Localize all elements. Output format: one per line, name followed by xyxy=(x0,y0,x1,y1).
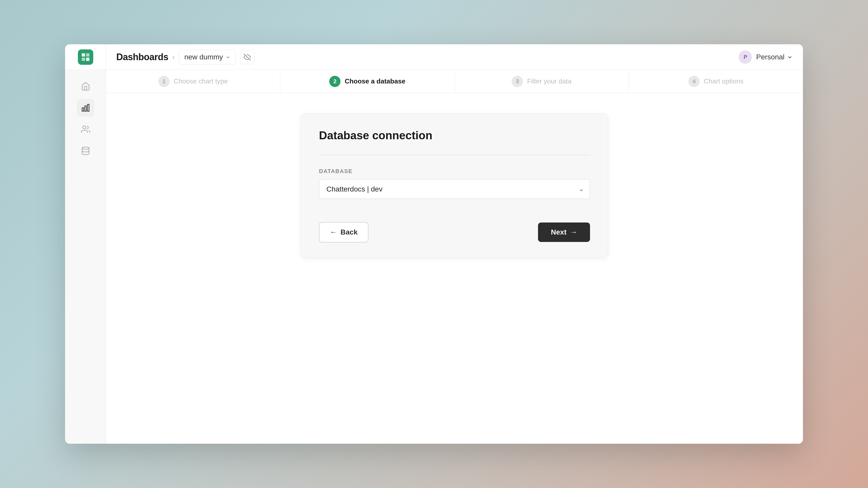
database-field-label: DATABASE xyxy=(319,168,590,174)
logo-icon xyxy=(81,53,90,62)
divider xyxy=(319,155,590,155)
sidebar-item-users[interactable] xyxy=(77,121,94,138)
step-4[interactable]: 4 Chart options xyxy=(629,70,803,93)
step-1-label: Choose chart type xyxy=(174,77,228,85)
step-2[interactable]: 2 Choose a database xyxy=(280,70,455,93)
app-logo xyxy=(78,50,93,65)
app-window: Dashboards › new dummy P Person xyxy=(65,44,803,444)
content-area: 1 Choose chart type 2 Choose a database … xyxy=(106,70,803,444)
step-2-label: Choose a database xyxy=(345,77,405,85)
eye-off-icon xyxy=(244,54,251,61)
database-field: DATABASE Chatterdocs | dev Chatterdocs |… xyxy=(319,168,590,199)
step-3-num: 3 xyxy=(512,76,523,87)
breadcrumb-title: Dashboards xyxy=(116,52,168,62)
step-1[interactable]: 1 Choose chart type xyxy=(106,70,280,93)
personal-chevron-icon xyxy=(787,54,793,60)
step-3-label: Filter your data xyxy=(527,77,571,85)
svg-rect-3 xyxy=(86,58,89,61)
back-arrow-icon: ← xyxy=(330,228,337,236)
breadcrumb-arrow: › xyxy=(173,53,175,61)
svg-rect-5 xyxy=(82,108,84,111)
topbar-content: Dashboards › new dummy xyxy=(106,50,739,65)
home-icon xyxy=(81,82,90,91)
step-2-num: 2 xyxy=(329,76,340,87)
select-wrapper: Chatterdocs | dev Chatterdocs | prod Oth… xyxy=(319,179,590,199)
card-title: Database connection xyxy=(319,129,590,142)
bar-chart-icon xyxy=(81,103,90,112)
personal-button[interactable]: Personal xyxy=(756,53,793,61)
sidebar-item-database[interactable] xyxy=(77,142,94,160)
dashboard-name-button[interactable]: new dummy xyxy=(179,50,236,65)
svg-rect-1 xyxy=(86,53,89,57)
svg-point-8 xyxy=(83,126,86,129)
step-4-label: Chart options xyxy=(704,77,743,85)
panel-area: Database connection DATABASE Chatterdocs… xyxy=(106,93,803,444)
sidebar xyxy=(65,70,106,444)
step-3[interactable]: 3 Filter your data xyxy=(455,70,629,93)
database-icon xyxy=(81,146,90,155)
svg-rect-0 xyxy=(82,53,85,57)
sidebar-item-charts[interactable] xyxy=(77,99,94,117)
steps-bar: 1 Choose chart type 2 Choose a database … xyxy=(106,70,803,93)
main-area: 1 Choose chart type 2 Choose a database … xyxy=(65,70,803,444)
svg-rect-2 xyxy=(82,58,85,61)
sidebar-item-home[interactable] xyxy=(77,77,94,95)
svg-rect-7 xyxy=(87,104,89,111)
svg-point-9 xyxy=(82,147,89,149)
topbar-right: P Personal xyxy=(739,51,793,64)
next-button[interactable]: Next → xyxy=(538,223,590,242)
next-arrow-icon: → xyxy=(570,228,577,236)
back-button[interactable]: ← Back xyxy=(319,222,368,242)
chevron-down-icon xyxy=(225,55,230,60)
svg-rect-6 xyxy=(85,106,86,111)
database-connection-card: Database connection DATABASE Chatterdocs… xyxy=(301,113,608,258)
avatar: P xyxy=(739,51,752,64)
card-footer: ← Back Next → xyxy=(319,214,590,242)
topbar: Dashboards › new dummy P Person xyxy=(65,44,803,70)
database-select[interactable]: Chatterdocs | dev Chatterdocs | prod Oth… xyxy=(319,179,590,199)
eye-button[interactable] xyxy=(240,50,254,64)
users-icon xyxy=(81,125,90,134)
step-1-num: 1 xyxy=(158,76,169,87)
logo-area xyxy=(65,44,106,70)
step-4-num: 4 xyxy=(688,76,700,87)
